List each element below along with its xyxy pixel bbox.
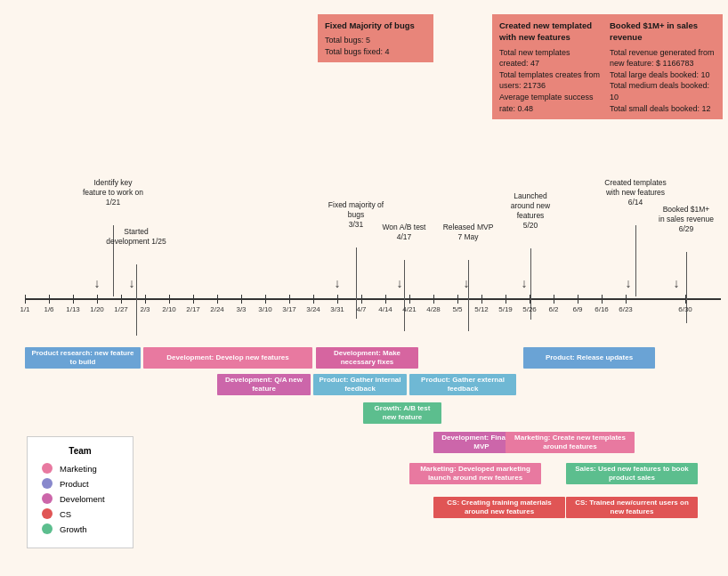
legend-label-marketing: Marketing	[60, 464, 97, 474]
lane-bar-b2: Development: Develop new features	[143, 347, 312, 369]
tick-2/3	[145, 295, 146, 304]
lane-bar-b10: Marketing: Create new templates around f…	[506, 432, 635, 453]
legend-dot-growth	[42, 523, 53, 534]
tick-label-4/21: 4/21	[402, 305, 417, 313]
tick-5/5	[457, 295, 458, 304]
timeline-line	[25, 298, 721, 300]
arrow-marker-0: ↓	[94, 276, 101, 290]
tick-1/13	[73, 295, 74, 304]
tick-5/19	[506, 295, 506, 304]
tick-label-5/5: 5/5	[452, 305, 462, 313]
lane-bar-b13: CS: Creating training materials around n…	[433, 497, 565, 518]
tick-label-2/17: 2/17	[186, 305, 200, 313]
tick-label-1/1: 1/1	[20, 305, 29, 313]
lane-bar-b3: Development: Make necessary fixes	[316, 347, 418, 369]
lane-bar-b8: Growth: A/B test new feature	[363, 402, 441, 424]
tick-1/27	[121, 295, 122, 304]
tick-3/10	[265, 295, 266, 304]
annotation-a8: Booked $1M+ in sales revenue 6/29	[655, 205, 717, 234]
tick-label-6/23: 6/23	[619, 305, 633, 313]
legend-dot-cs	[42, 508, 53, 519]
lane-bar-b6: Product: Gather internal feedback	[313, 374, 407, 395]
legend-label-cs: CS	[60, 509, 71, 519]
legend-dot-develoment	[42, 493, 53, 504]
tick-3/3	[241, 295, 242, 304]
card-title: Created new templated with new features	[499, 20, 601, 44]
legend-label-develoment: Develoment	[60, 494, 105, 504]
tick-6/2	[554, 295, 554, 304]
milestone-card-bugs: Fixed Majority of bugsTotal bugs: 5Total…	[318, 14, 433, 62]
tick-label-4/14: 4/14	[378, 305, 392, 313]
arrow-marker-7: ↓	[674, 276, 680, 290]
tick-2/17	[193, 295, 194, 304]
lane-bar-b12: Sales: Used new features to book product…	[566, 463, 698, 484]
tick-6/30	[685, 295, 686, 304]
tick-label-5/19: 5/19	[498, 305, 513, 313]
legend-item-growth: Growth	[42, 523, 118, 534]
tick-4/21	[409, 295, 410, 304]
arrow-marker-4: ↓	[464, 276, 470, 290]
milestone-card-templates: Created new templated with new featuresT…	[492, 14, 608, 119]
tick-label-1/20: 1/20	[90, 305, 104, 313]
tick-5/12	[481, 295, 482, 304]
tick-label-6/2: 6/2	[548, 305, 558, 313]
lane-bar-b14: CS: Trained new/current users on new fea…	[566, 497, 698, 518]
legend-item-product: Product	[42, 478, 118, 489]
lane-bar-b7: Product: Gather external feedback	[409, 374, 516, 395]
tick-label-4/7: 4/7	[356, 305, 366, 313]
tick-label-6/16: 6/16	[595, 305, 609, 313]
arrow-marker-5: ↓	[522, 276, 528, 290]
tick-label-1/6: 1/6	[44, 305, 53, 313]
arrow-marker-2: ↓	[335, 276, 341, 290]
tick-3/24	[313, 295, 314, 304]
tick-label-6/9: 6/9	[572, 305, 582, 313]
lane-bar-b1: Product research: new feature to build	[25, 347, 141, 369]
legend-label-growth: Growth	[60, 524, 87, 534]
annotation-a2: Started development 1/25	[105, 227, 167, 247]
tick-label-1/27: 1/27	[114, 305, 128, 313]
tick-6/23	[626, 295, 627, 304]
legend-title: Team	[42, 446, 118, 456]
legend-item-marketing: Marketing	[42, 463, 118, 474]
lane-bar-b5: Development: Q/A new feature	[217, 374, 311, 395]
tick-label-3/17: 3/17	[282, 305, 296, 313]
arrow-marker-1: ↓	[129, 276, 135, 290]
tick-label-2/24: 2/24	[210, 305, 224, 313]
tick-label-5/12: 5/12	[474, 305, 489, 313]
milestone-card-revenue: Booked $1M+ in sales revenueTotal revenu…	[603, 14, 723, 119]
tick-3/31	[337, 295, 338, 304]
legend-label-product: Product	[60, 479, 89, 489]
tick-4/14	[385, 295, 386, 304]
legend: Team MarketingProductDevelomentCSGrowth	[27, 436, 133, 548]
legend-item-develoment: Develoment	[42, 493, 118, 504]
tick-4/7	[361, 295, 362, 304]
arrow-marker-3: ↓	[397, 276, 403, 290]
tick-label-6/30: 6/30	[678, 305, 692, 313]
tick-1/20	[97, 295, 98, 304]
tick-4/28	[433, 295, 434, 304]
tick-label-3/24: 3/24	[306, 305, 320, 313]
tick-label-2/10: 2/10	[162, 305, 176, 313]
annotation-a5: Released MVP 7 May	[437, 223, 499, 242]
legend-dot-marketing	[42, 463, 53, 474]
card-title: Fixed Majority of bugs	[325, 20, 426, 31]
tick-3/17	[289, 295, 290, 304]
tick-2/10	[169, 295, 170, 304]
tick-5/26	[530, 295, 530, 304]
tick-6/9	[578, 295, 578, 304]
annotation-a1: Identify key feature to work on 1/21	[82, 178, 144, 207]
legend-items: MarketingProductDevelomentCSGrowth	[42, 463, 118, 534]
tick-1/6	[49, 295, 50, 304]
arrow-marker-6: ↓	[626, 276, 632, 290]
tick-label-3/31: 3/31	[330, 305, 344, 313]
annotation-a7: Created templates with new features 6/14	[604, 178, 667, 207]
tick-2/24	[217, 295, 218, 304]
tick-label-4/28: 4/28	[426, 305, 441, 313]
tick-label-1/13: 1/13	[66, 305, 80, 313]
lane-bar-b11: Marketing: Developed marketing launch ar…	[409, 463, 541, 484]
tick-label-2/3: 2/3	[140, 305, 150, 313]
lane-bar-b4: Product: Release updates	[523, 347, 655, 369]
annotation-a6: Launched around new features 5/20	[499, 191, 562, 231]
tick-6/16	[602, 295, 603, 304]
tick-1/1	[25, 295, 26, 304]
